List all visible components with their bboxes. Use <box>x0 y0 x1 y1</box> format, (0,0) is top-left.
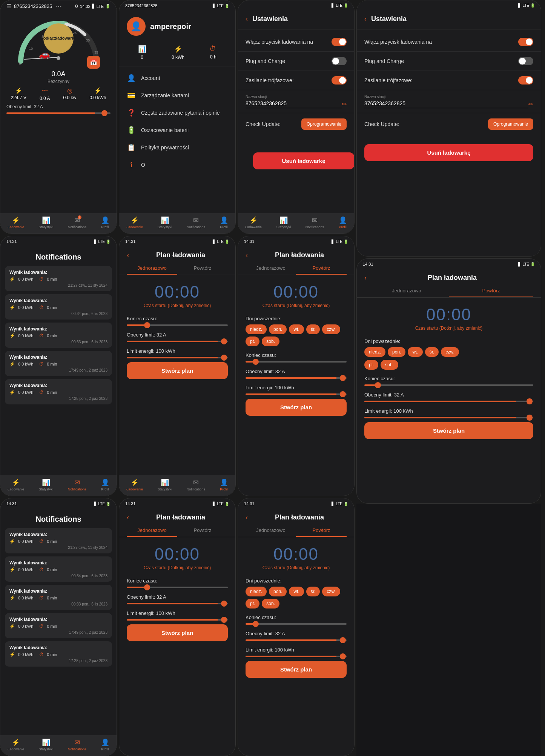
day-b-sob[interactable]: sob. <box>262 599 279 608</box>
nav-settings-profile[interactable]: 👤 Profil <box>339 216 347 229</box>
schedule2-b-time-hint[interactable]: Czas startu (Dotknij, aby zmienić) <box>238 565 354 575</box>
schedule-r-back[interactable]: ‹ <box>364 274 367 282</box>
settings-sr-back[interactable]: ‹ <box>364 15 367 23</box>
schedule-r-hint[interactable]: Czas startu (Dotknij, aby zmienić) <box>357 326 541 335</box>
nav-menu-charging[interactable]: ⚡ Ładowanie <box>126 216 143 229</box>
energy-limit-slider-b[interactable] <box>127 619 228 621</box>
nav-notifb-notifications[interactable]: ✉ Notifications <box>68 738 86 751</box>
schedule-icon-button[interactable]: 📅 <box>87 56 100 69</box>
day-r-wt[interactable]: wt. <box>408 347 422 357</box>
delete-charger-sr-button[interactable]: Usuń ładowarkę <box>364 144 533 161</box>
nav-settings-stats[interactable]: 📊 Statystyki <box>276 216 291 229</box>
day-sob[interactable]: sob. <box>262 337 279 346</box>
schedule2-back-button[interactable]: ‹ <box>246 251 248 259</box>
gear-icon[interactable]: ⚙ <box>75 4 78 9</box>
notification-item-3[interactable]: Wynik ładowania: ⚡ 0.0 kWh ⏱ 0 min 17:49… <box>5 351 112 376</box>
schedule2-time-display[interactable]: 00:00 <box>238 275 354 303</box>
schedule2-b-back-button[interactable]: ‹ <box>246 513 248 521</box>
tab2-b-jednorazowo[interactable]: Jednorazowo <box>246 524 296 537</box>
notification-item-0[interactable]: Wynik ładowania: ⚡ 0.0 kWh ⏱ 0 min 21:27… <box>5 266 112 291</box>
nav-sched-profile[interactable]: 👤 Profil <box>220 478 228 491</box>
current-limit-slider-schedule[interactable] <box>127 341 228 342</box>
dots-menu-icon[interactable]: ⋯ <box>56 3 62 10</box>
current-limit-slider-b[interactable] <box>127 603 228 604</box>
create-plan-button-b[interactable]: Stwórz plan <box>127 624 228 641</box>
nav-menu-statistics[interactable]: 📊 Statystyki <box>158 216 172 229</box>
notif-b-item-0[interactable]: Wynik ładowania: ⚡ 0.0 kWh ⏱ 0 min 21:27… <box>5 528 112 553</box>
nav-notifb-charging[interactable]: ⚡ Ładowanie <box>8 738 24 751</box>
firmware-sr-button[interactable]: Oprogramowanie <box>488 118 533 130</box>
day-pt[interactable]: pt. <box>246 337 259 346</box>
day-b-wt[interactable]: wt. <box>289 587 304 596</box>
schedule-b-time-hint[interactable]: Czas startu (Dotknij, aby zmienić) <box>119 565 235 575</box>
day-r-niedz[interactable]: niedz. <box>364 347 385 357</box>
nav-notifications[interactable]: ✉ 1 Notifications <box>68 216 86 229</box>
notif-b-item-3[interactable]: Wynik ładowania: ⚡ 0.0 kWh ⏱ 0 min 17:49… <box>5 613 112 638</box>
menu-item-battery[interactable]: 🔋 Oszacowanie baterii <box>119 121 235 139</box>
connect-charger-button[interactable]: Podłącz ładowarkę <box>43 23 74 54</box>
tab2-jednorazowo[interactable]: Jednorazowo <box>246 262 296 275</box>
tab-jednorazowo[interactable]: Jednorazowo <box>127 262 177 275</box>
nav-settings-notifications[interactable]: ✉ Notifications <box>306 216 324 229</box>
nav-menu-profile[interactable]: 👤 Profil <box>220 216 228 229</box>
day-r-pon[interactable]: pon. <box>388 347 405 357</box>
notification-item-2[interactable]: Wynik ładowania: ⚡ 0.0 kWh ⏱ 0 min 00:33… <box>5 323 112 348</box>
energy-limit-slider-r[interactable] <box>246 393 347 395</box>
notif-b-item-2[interactable]: Wynik ładowania: ⚡ 0.0 kWh ⏱ 0 min 00:33… <box>5 585 112 610</box>
day-r-sob[interactable]: sob. <box>381 360 398 370</box>
day-b-pon[interactable]: pon. <box>269 587 287 596</box>
current-limit-slider-r[interactable] <box>246 377 347 379</box>
edit-station-name-button[interactable]: ✏ <box>342 101 347 108</box>
tab-r-powtorz[interactable]: Powtórz <box>449 285 533 297</box>
firmware-update-button[interactable]: Oprogramowanie <box>301 118 347 130</box>
end-r-slider[interactable] <box>364 384 533 386</box>
schedule-time-display[interactable]: 00:00 <box>119 275 235 303</box>
current-limit-slider-rb[interactable] <box>246 639 347 641</box>
tab-b-jednorazowo[interactable]: Jednorazowo <box>127 524 177 537</box>
current-limit-slider[interactable] <box>6 112 111 114</box>
end-time-slider-b[interactable] <box>127 587 228 588</box>
nav-menu-notifications[interactable]: ✉ Notifications <box>187 216 205 229</box>
nav-notifb-stats[interactable]: 📊 Statystyki <box>39 738 54 751</box>
day-b-pt[interactable]: pt. <box>246 599 259 608</box>
end-time-slider-r[interactable] <box>246 361 347 363</box>
day-czw[interactable]: czw. <box>322 324 340 334</box>
energy-r-slider[interactable] <box>364 417 533 418</box>
menu-item-cards[interactable]: 💳 Zarządzanie kartami <box>119 87 235 104</box>
nav-sched-notifications[interactable]: ✉ Notifications <box>187 478 205 491</box>
tab2-powtorz[interactable]: Powtórz <box>296 262 347 275</box>
create-plan-r-button[interactable]: Stwórz plan <box>364 422 533 439</box>
nav-statistics[interactable]: 📊 Statystyki <box>39 216 54 229</box>
schedule-back-button[interactable]: ‹ <box>127 251 129 259</box>
nav-notif-stats[interactable]: 📊 Statystyki <box>39 478 54 491</box>
schedule2-time-hint[interactable]: Czas startu (Dotknij, aby zmienić) <box>238 303 354 313</box>
nav-charging[interactable]: ⚡ Ładowanie <box>8 216 24 229</box>
nav-notif-charging[interactable]: ⚡ Ładowanie <box>8 478 24 491</box>
nav-settings-charging[interactable]: ⚡ Ładowanie <box>245 216 262 229</box>
energy-limit-slider-rb[interactable] <box>246 656 347 657</box>
notif-b-item-1[interactable]: Wynik ładowania: ⚡ 0.0 kWh ⏱ 0 min 00:34… <box>5 556 112 582</box>
edit-sr-station[interactable]: ✏ <box>528 101 533 108</box>
create-plan-button-repeat[interactable]: Stwórz plan <box>246 399 347 416</box>
day-r-czw[interactable]: czw. <box>441 347 459 357</box>
energy-limit-slider[interactable] <box>127 357 228 358</box>
tab-b-powtorz[interactable]: Powtórz <box>177 524 228 537</box>
tab-powtorz[interactable]: Powtórz <box>177 262 228 275</box>
day-pon[interactable]: pon. <box>269 324 287 334</box>
back-button[interactable]: ‹ <box>246 15 248 23</box>
end-time-slider-rb[interactable] <box>246 623 347 625</box>
schedule-b-back-button[interactable]: ‹ <box>127 513 129 521</box>
toggle-sr-charge[interactable] <box>518 38 533 46</box>
nav-notifb-profile[interactable]: 👤 Profil <box>101 738 109 751</box>
nav-sched-charging[interactable]: ⚡ Ładowanie <box>126 478 143 491</box>
menu-item-about[interactable]: ℹ O <box>119 156 235 174</box>
notification-item-1[interactable]: Wynik ładowania: ⚡ 0.0 kWh ⏱ 0 min 00:34… <box>5 294 112 320</box>
menu-item-privacy[interactable]: 📋 Polityka prywatności <box>119 139 235 156</box>
notif-b-item-4[interactable]: Wynik ładowania: ⚡ 0.0 kWh ⏱ 0 min 17:28… <box>5 641 112 667</box>
day-r-pt[interactable]: pt. <box>364 360 378 370</box>
nav-notif-profile[interactable]: 👤 Profil <box>101 478 109 491</box>
day-wt[interactable]: wt. <box>289 324 304 334</box>
schedule-time-hint[interactable]: Czas startu (Dotknij, aby zmienić) <box>119 303 235 313</box>
tab-r-jednorazowo[interactable]: Jednorazowo <box>364 285 449 297</box>
nav-notif-notifications[interactable]: ✉ Notifications <box>68 478 86 491</box>
